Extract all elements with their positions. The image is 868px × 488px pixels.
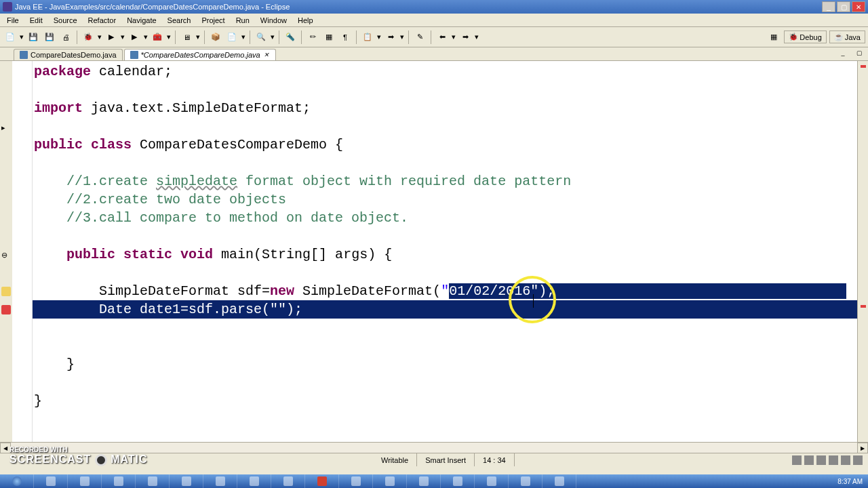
status-writable: Writable <box>373 453 417 466</box>
text-cursor <box>533 294 534 308</box>
marker-bar: ▸ ⊖ <box>0 61 12 442</box>
status-icon[interactable] <box>829 455 838 465</box>
taskbar-app[interactable] <box>373 474 407 488</box>
save-button[interactable]: 💾 <box>26 30 41 45</box>
back-button[interactable]: ⬅ <box>435 30 450 45</box>
menu-source[interactable]: Source <box>48 15 83 26</box>
taskbar-app[interactable] <box>102 474 136 488</box>
taskbar-app[interactable] <box>305 474 339 488</box>
forward-button[interactable]: ➡ <box>458 30 473 45</box>
close-button[interactable]: ✕ <box>852 1 865 12</box>
warning-marker-icon[interactable] <box>1 287 11 296</box>
taskbar-app[interactable] <box>271 474 305 488</box>
next-annotation-button[interactable]: ➡ <box>383 30 398 45</box>
window-title: Java EE - JavaExamples/src/calendar/Comp… <box>15 3 290 11</box>
taskbar-app[interactable] <box>339 474 373 488</box>
maximize-button[interactable]: ▢ <box>837 1 850 12</box>
new-type-button[interactable]: 📄 <box>224 30 239 45</box>
java-perspective[interactable]: ☕ Java <box>829 30 865 43</box>
overview-ruler[interactable] <box>857 61 868 442</box>
overview-error-mark[interactable] <box>861 305 866 308</box>
start-button[interactable] <box>0 474 34 488</box>
run-button[interactable]: ▶ <box>104 30 119 45</box>
taskbar-app[interactable] <box>407 474 441 488</box>
fold-toggle-icon[interactable]: ▸ <box>1 123 11 133</box>
show-whitespace-button[interactable]: ¶ <box>338 30 353 45</box>
overview-error-mark[interactable] <box>861 65 866 68</box>
status-icon[interactable] <box>841 455 850 465</box>
code-content[interactable]: package calendar; import java.text.Simpl… <box>33 61 857 442</box>
menu-search[interactable]: Search <box>162 15 197 26</box>
status-icon[interactable] <box>804 455 814 465</box>
minimize-button[interactable]: _ <box>822 1 835 12</box>
menu-edit[interactable]: Edit <box>24 15 48 26</box>
system-clock[interactable]: 8:37 AM <box>837 478 868 485</box>
line-numbers <box>12 61 33 442</box>
maximize-view-icon[interactable]: ▢ <box>852 45 867 60</box>
code-editor[interactable]: ▸ ⊖ package calendar; import java.text.S… <box>0 61 868 442</box>
taskbar-app[interactable] <box>441 474 475 488</box>
taskbar-app[interactable] <box>34 474 68 488</box>
status-icon[interactable] <box>853 455 863 465</box>
taskbar-app[interactable] <box>509 474 542 488</box>
debug-perspective[interactable]: 🐞 Debug <box>784 30 826 43</box>
new-dropdown[interactable]: ▾ <box>19 33 24 41</box>
menu-run[interactable]: Run <box>231 15 255 26</box>
annotation-button[interactable]: 📋 <box>360 30 375 45</box>
recording-watermark: RECORDED WITH SCREENCAST MATIC <box>9 446 148 466</box>
search-button[interactable]: 🔦 <box>283 30 298 45</box>
scroll-right-icon[interactable]: ▶ <box>857 443 868 453</box>
tab-compare-dates-compare-demo[interactable]: *CompareDatesCompareDemo.java ✕ <box>124 49 276 60</box>
menu-bar: File Edit Source Refactor Navigate Searc… <box>0 14 868 27</box>
error-marker-icon[interactable] <box>1 305 11 314</box>
print-button[interactable]: 🖨 <box>58 30 73 45</box>
java-file-icon <box>130 51 138 59</box>
last-edit-button[interactable]: ✎ <box>412 30 427 45</box>
open-perspective-button[interactable]: ▦ <box>766 30 781 45</box>
windows-taskbar: 8:37 AM <box>0 474 868 488</box>
status-icon[interactable] <box>816 455 826 465</box>
app-icon <box>3 2 12 12</box>
open-type-button[interactable]: 🔍 <box>254 30 269 45</box>
status-insert-mode: Smart Insert <box>417 453 475 466</box>
taskbar-app[interactable] <box>542 474 576 488</box>
menu-navigate[interactable]: Navigate <box>121 15 161 26</box>
new-package-button[interactable]: 📦 <box>208 30 223 45</box>
external-tools-button[interactable]: 🧰 <box>150 30 165 45</box>
menu-refactor[interactable]: Refactor <box>83 15 122 26</box>
toggle-block-button[interactable]: ▦ <box>321 30 336 45</box>
title-bar: Java EE - JavaExamples/src/calendar/Comp… <box>0 0 868 14</box>
menu-help[interactable]: Help <box>292 15 319 26</box>
taskbar-app[interactable] <box>237 474 271 488</box>
close-tab-icon[interactable]: ✕ <box>263 52 270 58</box>
toggle-mark-button[interactable]: ✏ <box>305 30 320 45</box>
save-all-button[interactable]: 💾 <box>42 30 57 45</box>
status-icon[interactable] <box>792 455 802 465</box>
debug-dropdown[interactable]: ▾ <box>97 33 102 41</box>
main-toolbar: 📄▾ 💾 💾 🖨 🐞▾ ▶▾ ▶▾ 🧰▾ 🖥▾ 📦 📄▾ 🔍▾ 🔦 ✏ ▦ ¶ … <box>0 27 868 47</box>
new-server-button[interactable]: 🖥 <box>179 30 194 45</box>
editor-tabs: CompareDatesDemo.java *CompareDatesCompa… <box>0 47 868 61</box>
menu-window[interactable]: Window <box>255 15 292 26</box>
taskbar-app[interactable] <box>68 474 102 488</box>
minimize-view-icon[interactable]: _ <box>835 45 850 60</box>
taskbar-app[interactable] <box>170 474 203 488</box>
taskbar-app[interactable] <box>203 474 237 488</box>
run-last-button[interactable]: ▶ <box>127 30 142 45</box>
java-file-icon <box>20 51 28 59</box>
debug-button[interactable]: 🐞 <box>81 30 96 45</box>
fold-toggle-icon[interactable]: ⊖ <box>1 251 11 260</box>
menu-file[interactable]: File <box>1 15 24 26</box>
new-button[interactable]: 📄 <box>3 30 18 45</box>
tab-compare-dates-demo[interactable]: CompareDatesDemo.java <box>14 49 123 60</box>
taskbar-app[interactable] <box>475 474 509 488</box>
taskbar-app[interactable] <box>136 474 170 488</box>
menu-project[interactable]: Project <box>196 15 230 26</box>
run-dropdown[interactable]: ▾ <box>120 33 125 41</box>
status-cursor-position: 14 : 34 <box>475 453 515 466</box>
watermark-logo-icon <box>95 454 107 466</box>
